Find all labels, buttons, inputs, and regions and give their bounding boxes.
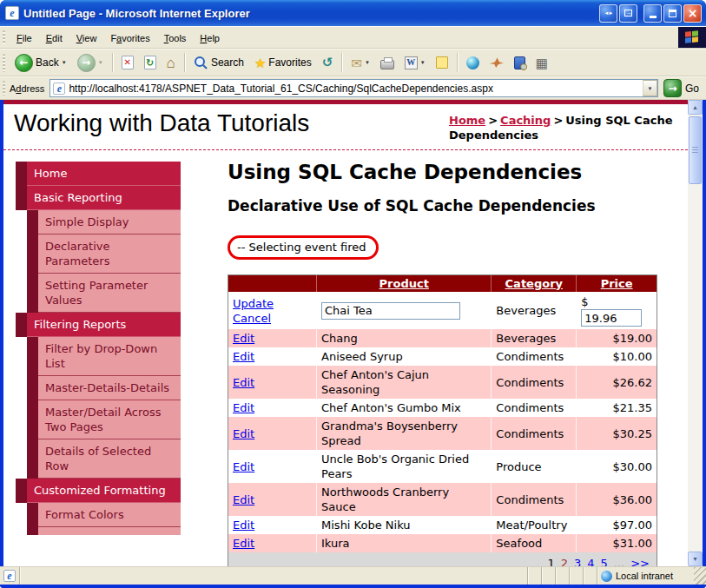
update-link[interactable]: Update <box>233 297 274 310</box>
sidebar-item[interactable]: Declarative Parameters <box>27 235 181 274</box>
minimize-button[interactable] <box>643 4 662 23</box>
grid-row: EditChangBeverages$19.00 <box>228 329 657 347</box>
research-button[interactable] <box>509 54 531 72</box>
go-label[interactable]: Go <box>685 83 699 95</box>
menu-item[interactable]: Favorites <box>103 29 156 48</box>
product-cell: Uncle Bob's Organic Dried Pears <box>317 450 492 483</box>
sidebar-item[interactable]: Filtering Reports <box>16 313 181 337</box>
pager-link[interactable]: 3 <box>574 557 581 566</box>
sidebar-item[interactable]: Customized Formatting <box>16 479 181 503</box>
scrollbar-thumb[interactable] <box>689 116 702 184</box>
addressbar-grip[interactable] <box>3 81 5 96</box>
sidebar-item[interactable]: Master-Details-Details <box>27 376 181 400</box>
cancel-link[interactable]: Cancel <box>233 312 271 325</box>
pan-arrows-button[interactable]: ◄► <box>599 4 617 23</box>
sidebar-item[interactable]: Simple Display <box>27 210 181 235</box>
refresh-button[interactable]: ↻ <box>139 53 162 72</box>
mail-dropdown-icon[interactable]: ▼ <box>365 60 370 65</box>
sidebar-item[interactable]: Setting Parameter Values <box>27 274 181 313</box>
sidebar-item[interactable]: Master/Detail Across Two Pages <box>27 400 181 439</box>
forward-dropdown-icon: ▼ <box>98 60 103 65</box>
history-button[interactable]: ↺ <box>317 54 339 72</box>
edit-link[interactable]: Edit <box>233 460 254 473</box>
price-cell: $97.00 <box>577 516 657 534</box>
sort-price-link[interactable]: Price <box>601 277 633 290</box>
pager-link[interactable]: ... <box>614 557 624 566</box>
pager: 12345...>> <box>541 557 650 566</box>
menu-item[interactable]: Tools <box>157 29 194 48</box>
sort-category-link[interactable]: Category <box>505 277 563 290</box>
forward-button[interactable]: → ▼ <box>72 51 109 75</box>
price-cell: $26.62 <box>577 366 657 399</box>
go-arrow-icon: → <box>668 83 676 94</box>
print-button[interactable] <box>375 54 399 72</box>
sidebar-item-strip <box>27 376 38 400</box>
popout-button[interactable] <box>619 4 637 23</box>
discuss-button[interactable] <box>431 54 453 71</box>
back-dropdown-icon[interactable]: ▼ <box>62 60 67 65</box>
window-controls: ◄► × <box>599 4 702 23</box>
edit-link[interactable]: Edit <box>233 350 254 363</box>
globe-icon <box>601 571 612 582</box>
edit-link[interactable]: Edit <box>233 401 254 414</box>
debug-grid-button[interactable]: ▦ <box>531 54 553 72</box>
maximize-button[interactable] <box>663 4 682 23</box>
price-input[interactable] <box>581 309 642 327</box>
sort-product-link[interactable]: Product <box>379 277 429 290</box>
product-name-input[interactable] <box>321 302 460 320</box>
word-dropdown-icon[interactable]: ▼ <box>420 60 426 65</box>
pager-link[interactable]: >> <box>630 557 650 566</box>
scroll-up-button[interactable]: ▲ <box>688 100 703 115</box>
title-bar[interactable]: e Untitled Page - Microsoft Internet Exp… <box>0 0 706 26</box>
grid-header-actions <box>228 275 317 292</box>
menu-item[interactable]: View <box>69 29 104 48</box>
sidebar-item[interactable]: Details of Selected Row <box>27 439 181 479</box>
pager-link[interactable]: 5 <box>601 557 608 566</box>
edit-link[interactable]: Edit <box>233 427 254 440</box>
stop-button[interactable]: ✕ <box>116 53 139 72</box>
go-button[interactable]: → <box>663 79 682 97</box>
menu-item[interactable]: Help <box>193 29 227 48</box>
close-button[interactable]: × <box>683 4 702 23</box>
category-cell: Condiments <box>492 347 577 366</box>
pager-link[interactable]: 1 <box>547 557 554 566</box>
search-button[interactable]: Search <box>188 53 249 73</box>
pager-link[interactable]: 4 <box>587 557 594 566</box>
scroll-down-button[interactable]: ▼ <box>688 552 703 566</box>
menu-item[interactable]: Edit <box>39 29 69 48</box>
sidebar-item-strip <box>27 274 38 313</box>
pager-link[interactable]: 2 <box>561 557 568 566</box>
sidebar-item[interactable]: Basic Reporting <box>16 186 181 210</box>
edit-link[interactable]: Edit <box>233 537 254 550</box>
edit-with-word-button[interactable]: W▼ <box>399 54 431 72</box>
sidebar-item-strip <box>16 162 27 186</box>
category-cell: Produce <box>492 450 577 483</box>
vertical-scrollbar[interactable]: ▲ ▼ <box>688 100 703 566</box>
menubar-grip[interactable] <box>3 30 5 45</box>
breadcrumb-caching-link[interactable]: Caching <box>500 114 551 127</box>
edit-link[interactable]: Edit <box>233 332 254 345</box>
edit-link[interactable]: Edit <box>233 519 254 532</box>
sidebar-item[interactable]: Home <box>16 162 181 186</box>
snagit-button[interactable] <box>485 55 509 70</box>
home-button[interactable]: ⌂ <box>162 53 181 73</box>
address-dropdown-button[interactable]: ▼ <box>643 80 657 96</box>
sidebar-item[interactable]: Format Colors <box>27 503 181 527</box>
sidebar-menu: HomeBasic ReportingSimple DisplayDeclara… <box>3 162 183 527</box>
menu-item[interactable]: File <box>10 29 39 48</box>
breadcrumb-home-link[interactable]: Home <box>449 114 485 127</box>
messenger-button[interactable] <box>461 54 485 72</box>
product-cell: Ikura <box>317 534 492 552</box>
resize-grip[interactable] <box>694 567 706 585</box>
home-icon: ⌂ <box>167 56 175 70</box>
edit-link[interactable]: Edit <box>233 493 254 506</box>
pixel-grid-icon: ▦ <box>536 56 548 69</box>
toolbar-grip[interactable] <box>3 54 5 72</box>
favorites-button[interactable]: ★ Favorites <box>249 54 317 72</box>
edit-link[interactable]: Edit <box>233 376 254 389</box>
sidebar-item[interactable]: Filter by Drop-Down List <box>27 337 181 376</box>
back-button[interactable]: ← Back ▼ <box>10 51 72 75</box>
chevron-down-icon: ▼ <box>648 86 653 91</box>
mail-button[interactable]: ✉▼ <box>346 54 375 72</box>
address-input[interactable] <box>69 83 643 95</box>
